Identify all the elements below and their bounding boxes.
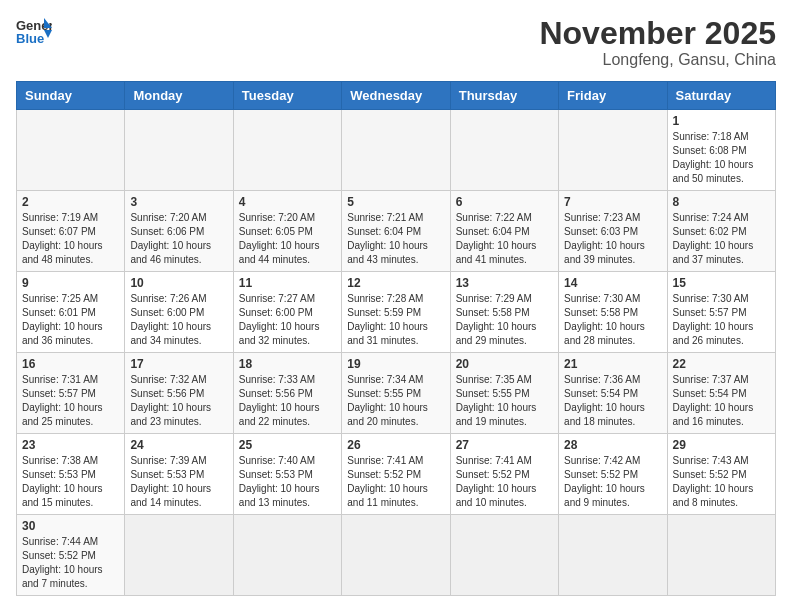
calendar-cell: 8Sunrise: 7:24 AM Sunset: 6:02 PM Daylig…: [667, 191, 775, 272]
calendar-cell: [17, 110, 125, 191]
day-info: Sunrise: 7:36 AM Sunset: 5:54 PM Dayligh…: [564, 373, 661, 429]
day-info: Sunrise: 7:26 AM Sunset: 6:00 PM Dayligh…: [130, 292, 227, 348]
calendar-cell: 13Sunrise: 7:29 AM Sunset: 5:58 PM Dayli…: [450, 272, 558, 353]
day-info: Sunrise: 7:31 AM Sunset: 5:57 PM Dayligh…: [22, 373, 119, 429]
month-title: November 2025: [539, 16, 776, 51]
day-info: Sunrise: 7:19 AM Sunset: 6:07 PM Dayligh…: [22, 211, 119, 267]
day-number: 25: [239, 438, 336, 452]
calendar-cell: 26Sunrise: 7:41 AM Sunset: 5:52 PM Dayli…: [342, 434, 450, 515]
day-info: Sunrise: 7:22 AM Sunset: 6:04 PM Dayligh…: [456, 211, 553, 267]
logo-icon: General Blue: [16, 16, 52, 46]
calendar-cell: [450, 110, 558, 191]
day-number: 10: [130, 276, 227, 290]
day-number: 17: [130, 357, 227, 371]
calendar-cell: 25Sunrise: 7:40 AM Sunset: 5:53 PM Dayli…: [233, 434, 341, 515]
calendar-cell: [125, 515, 233, 596]
day-info: Sunrise: 7:25 AM Sunset: 6:01 PM Dayligh…: [22, 292, 119, 348]
calendar-cell: 19Sunrise: 7:34 AM Sunset: 5:55 PM Dayli…: [342, 353, 450, 434]
calendar-cell: 18Sunrise: 7:33 AM Sunset: 5:56 PM Dayli…: [233, 353, 341, 434]
day-number: 3: [130, 195, 227, 209]
day-info: Sunrise: 7:30 AM Sunset: 5:58 PM Dayligh…: [564, 292, 661, 348]
day-info: Sunrise: 7:32 AM Sunset: 5:56 PM Dayligh…: [130, 373, 227, 429]
day-number: 30: [22, 519, 119, 533]
calendar-cell: 9Sunrise: 7:25 AM Sunset: 6:01 PM Daylig…: [17, 272, 125, 353]
weekday-header-wednesday: Wednesday: [342, 82, 450, 110]
weekday-header-saturday: Saturday: [667, 82, 775, 110]
day-info: Sunrise: 7:27 AM Sunset: 6:00 PM Dayligh…: [239, 292, 336, 348]
calendar-cell: [125, 110, 233, 191]
calendar-week-row: 1Sunrise: 7:18 AM Sunset: 6:08 PM Daylig…: [17, 110, 776, 191]
calendar-cell: [342, 110, 450, 191]
day-info: Sunrise: 7:21 AM Sunset: 6:04 PM Dayligh…: [347, 211, 444, 267]
weekday-header-tuesday: Tuesday: [233, 82, 341, 110]
day-number: 8: [673, 195, 770, 209]
day-info: Sunrise: 7:42 AM Sunset: 5:52 PM Dayligh…: [564, 454, 661, 510]
svg-marker-3: [44, 30, 52, 38]
day-number: 15: [673, 276, 770, 290]
calendar-cell: 27Sunrise: 7:41 AM Sunset: 5:52 PM Dayli…: [450, 434, 558, 515]
day-number: 4: [239, 195, 336, 209]
calendar-cell: 15Sunrise: 7:30 AM Sunset: 5:57 PM Dayli…: [667, 272, 775, 353]
calendar-cell: 3Sunrise: 7:20 AM Sunset: 6:06 PM Daylig…: [125, 191, 233, 272]
calendar-cell: 20Sunrise: 7:35 AM Sunset: 5:55 PM Dayli…: [450, 353, 558, 434]
calendar-header-row: SundayMondayTuesdayWednesdayThursdayFrid…: [17, 82, 776, 110]
calendar-cell: 7Sunrise: 7:23 AM Sunset: 6:03 PM Daylig…: [559, 191, 667, 272]
day-number: 28: [564, 438, 661, 452]
day-number: 29: [673, 438, 770, 452]
calendar-cell: 24Sunrise: 7:39 AM Sunset: 5:53 PM Dayli…: [125, 434, 233, 515]
day-info: Sunrise: 7:20 AM Sunset: 6:06 PM Dayligh…: [130, 211, 227, 267]
weekday-header-thursday: Thursday: [450, 82, 558, 110]
weekday-header-sunday: Sunday: [17, 82, 125, 110]
svg-text:Blue: Blue: [16, 31, 44, 46]
day-number: 13: [456, 276, 553, 290]
calendar-cell: 6Sunrise: 7:22 AM Sunset: 6:04 PM Daylig…: [450, 191, 558, 272]
calendar-cell: [342, 515, 450, 596]
day-number: 9: [22, 276, 119, 290]
calendar-cell: [450, 515, 558, 596]
day-info: Sunrise: 7:41 AM Sunset: 5:52 PM Dayligh…: [456, 454, 553, 510]
calendar-cell: 14Sunrise: 7:30 AM Sunset: 5:58 PM Dayli…: [559, 272, 667, 353]
calendar-week-row: 16Sunrise: 7:31 AM Sunset: 5:57 PM Dayli…: [17, 353, 776, 434]
calendar-week-row: 2Sunrise: 7:19 AM Sunset: 6:07 PM Daylig…: [17, 191, 776, 272]
day-info: Sunrise: 7:33 AM Sunset: 5:56 PM Dayligh…: [239, 373, 336, 429]
day-info: Sunrise: 7:29 AM Sunset: 5:58 PM Dayligh…: [456, 292, 553, 348]
day-number: 14: [564, 276, 661, 290]
day-number: 19: [347, 357, 444, 371]
calendar-cell: 16Sunrise: 7:31 AM Sunset: 5:57 PM Dayli…: [17, 353, 125, 434]
calendar-cell: 23Sunrise: 7:38 AM Sunset: 5:53 PM Dayli…: [17, 434, 125, 515]
weekday-header-friday: Friday: [559, 82, 667, 110]
day-number: 27: [456, 438, 553, 452]
day-number: 2: [22, 195, 119, 209]
calendar-cell: [667, 515, 775, 596]
calendar-cell: [233, 515, 341, 596]
day-info: Sunrise: 7:44 AM Sunset: 5:52 PM Dayligh…: [22, 535, 119, 591]
calendar-cell: 21Sunrise: 7:36 AM Sunset: 5:54 PM Dayli…: [559, 353, 667, 434]
day-info: Sunrise: 7:43 AM Sunset: 5:52 PM Dayligh…: [673, 454, 770, 510]
location-subtitle: Longfeng, Gansu, China: [539, 51, 776, 69]
day-number: 5: [347, 195, 444, 209]
calendar-cell: 5Sunrise: 7:21 AM Sunset: 6:04 PM Daylig…: [342, 191, 450, 272]
day-info: Sunrise: 7:35 AM Sunset: 5:55 PM Dayligh…: [456, 373, 553, 429]
day-number: 26: [347, 438, 444, 452]
calendar-cell: 11Sunrise: 7:27 AM Sunset: 6:00 PM Dayli…: [233, 272, 341, 353]
calendar-cell: 4Sunrise: 7:20 AM Sunset: 6:05 PM Daylig…: [233, 191, 341, 272]
calendar-cell: 30Sunrise: 7:44 AM Sunset: 5:52 PM Dayli…: [17, 515, 125, 596]
day-number: 16: [22, 357, 119, 371]
day-number: 18: [239, 357, 336, 371]
page-header: General Blue November 2025 Longfeng, Gan…: [16, 16, 776, 69]
day-number: 20: [456, 357, 553, 371]
day-number: 6: [456, 195, 553, 209]
calendar-cell: [233, 110, 341, 191]
calendar-week-row: 9Sunrise: 7:25 AM Sunset: 6:01 PM Daylig…: [17, 272, 776, 353]
day-info: Sunrise: 7:18 AM Sunset: 6:08 PM Dayligh…: [673, 130, 770, 186]
day-info: Sunrise: 7:39 AM Sunset: 5:53 PM Dayligh…: [130, 454, 227, 510]
calendar-cell: 12Sunrise: 7:28 AM Sunset: 5:59 PM Dayli…: [342, 272, 450, 353]
calendar-cell: 28Sunrise: 7:42 AM Sunset: 5:52 PM Dayli…: [559, 434, 667, 515]
weekday-header-monday: Monday: [125, 82, 233, 110]
day-number: 21: [564, 357, 661, 371]
day-info: Sunrise: 7:34 AM Sunset: 5:55 PM Dayligh…: [347, 373, 444, 429]
day-info: Sunrise: 7:24 AM Sunset: 6:02 PM Dayligh…: [673, 211, 770, 267]
calendar-week-row: 30Sunrise: 7:44 AM Sunset: 5:52 PM Dayli…: [17, 515, 776, 596]
day-info: Sunrise: 7:28 AM Sunset: 5:59 PM Dayligh…: [347, 292, 444, 348]
day-number: 24: [130, 438, 227, 452]
